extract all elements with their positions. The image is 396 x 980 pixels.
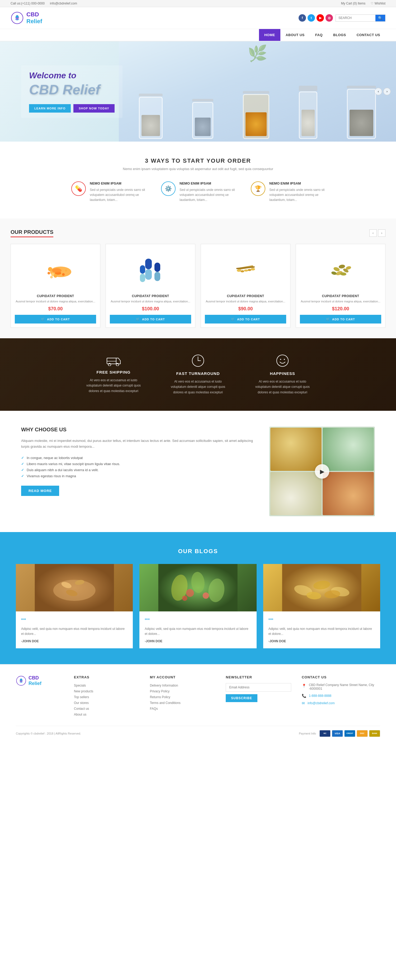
play-button[interactable]: ▶ — [315, 464, 329, 479]
contact-phone: 📞 1-888-888-8888 — [302, 694, 380, 698]
products-header: OUR PRODUCTS ‹ › — [11, 229, 385, 237]
svg-point-29 — [331, 271, 337, 275]
cart-icon-1: 🛒 — [41, 317, 45, 321]
way-icon-3: 🏆 — [251, 181, 265, 196]
instagram-icon[interactable]: ◎ — [326, 14, 333, 22]
newsletter-input[interactable] — [226, 683, 291, 692]
nav-about[interactable]: ABOUT US — [280, 29, 310, 41]
read-more-button[interactable]: READ MORE — [21, 486, 59, 496]
feature-shipping: FREE SHIPPING At vero eos et accusamus e… — [85, 354, 142, 395]
visa-icon: VISA — [332, 730, 343, 737]
blog-author-2: -JOHN DOE — [145, 640, 251, 643]
hero-next-button[interactable]: › — [383, 88, 391, 95]
twitter-icon[interactable]: t — [308, 14, 315, 22]
facebook-icon[interactable]: f — [299, 14, 306, 22]
hero-prev-button[interactable]: ‹ — [375, 88, 382, 95]
way-desc-2: Sed ut perspiciatis unde omnis sarro sit… — [179, 188, 235, 203]
blog-img-1 — [16, 564, 133, 611]
discover-icon: DISC — [357, 730, 368, 737]
why-list-item-4: ✓ Vivamus egestas risus in magna — [21, 473, 254, 479]
footer: CBD Relief EXTRAS Specials New products … — [0, 664, 396, 742]
nav-blogs[interactable]: BLOGS — [328, 29, 351, 41]
cart-label[interactable]: My Cart (0) Items — [341, 2, 366, 5]
subscribe-button[interactable]: SUBSCRIBE — [226, 694, 257, 702]
footer-newsletter-col: NEWSLETTER SUBSCRIBE — [226, 675, 291, 718]
collage-4 — [323, 472, 374, 515]
nav-faq[interactable]: FAQ — [310, 29, 328, 41]
why-list: ✓ In congue, neque ac lobortis volutpat … — [21, 455, 254, 479]
blogs-section: OUR BLOGS ““ Adipisc vel — [0, 532, 396, 664]
way-text-1: NEMO ENIM IPSAM Sed ut perspiciatis unde… — [90, 181, 145, 203]
wishlist-label[interactable]: ♡ Wishlist — [370, 2, 385, 5]
phone-label: Call us:(+111) 000-0000 — [11, 2, 45, 5]
logo-icon — [11, 11, 24, 24]
why-section: WHY CHOOSE US Aliquam molestie, mi ei im… — [0, 411, 396, 532]
svg-point-7 — [54, 274, 57, 278]
way-text-2: NEMO ENIM IPSAM Sed ut perspiciatis unde… — [179, 181, 235, 203]
email-icon: ✉ — [302, 701, 305, 705]
products-next-button[interactable]: › — [378, 229, 385, 237]
youtube-icon[interactable]: ▶ — [316, 14, 324, 22]
account-item-2: Privacy Policy — [150, 689, 216, 693]
footer-extras-col: EXTRAS Specials New products Top sellers… — [74, 675, 139, 718]
phone-icon: 📞 — [302, 694, 306, 698]
location-icon: 📍 — [302, 684, 306, 688]
product-name-3: CUPIDATAT PROIDENT — [205, 294, 286, 298]
blog-quote-2: ““ — [145, 617, 251, 625]
footer-grid: CBD Relief EXTRAS Specials New products … — [16, 675, 380, 718]
svg-point-40 — [277, 355, 288, 366]
footer-copyright: Copyrights © cbdrelief : 2018 | AllRight… — [16, 732, 81, 735]
shop-now-button[interactable]: SHOP NOW TODAY — [73, 104, 114, 113]
search-button[interactable]: 🔍 — [375, 15, 385, 21]
nav-contact[interactable]: CONTACT US — [351, 29, 385, 41]
shipping-title: FREE SHIPPING — [85, 370, 142, 374]
add-to-cart-4[interactable]: 🛒 ADD TO CART — [300, 315, 381, 323]
footer-account-col: MY ACCOUNT Delivery Information Privacy … — [150, 675, 216, 718]
collage-3 — [270, 472, 321, 515]
way-item-3: 🏆 NEMO ENIM IPSAM Sed ut perspiciatis un… — [251, 181, 325, 203]
happiness-title: HAPPINESS — [254, 371, 311, 376]
svg-rect-14 — [155, 262, 160, 272]
add-to-cart-1[interactable]: 🛒 ADD TO CART — [15, 315, 96, 323]
hero-banner: 🌿 Welcome to CBD Relief LEARN MORE INFO … — [0, 41, 396, 142]
nav-home[interactable]: HOME — [259, 29, 280, 41]
jar-2 — [192, 99, 213, 139]
footer-bottom: Copyrights © cbdrelief : 2018 | AllRight… — [16, 726, 380, 737]
check-icon-4: ✓ — [21, 474, 24, 478]
footer-account-title: MY ACCOUNT — [150, 675, 216, 679]
footer-extras-list: Specials New products Top sellers Our st… — [74, 683, 139, 716]
blog-content-2: ““ Adipisc velit, sed quia non numquam e… — [139, 611, 256, 648]
blog-text-2: Adipisc velit, sed quia non numquam eius… — [145, 627, 251, 636]
blog-text-1: Adipisc velit, sed quia non numquam eius… — [21, 627, 128, 636]
svg-point-44 — [53, 580, 96, 601]
extras-item-1: Specials — [74, 683, 139, 687]
svg-rect-12 — [145, 259, 152, 269]
header-right: f t ▶ ◎ 🔍 — [299, 14, 385, 22]
svg-point-21 — [244, 269, 248, 272]
footer-extras-title: EXTRAS — [74, 675, 139, 679]
product-card-2: CUPIDATAT PROIDENT Ausmol tempor incidun… — [105, 244, 195, 328]
check-icon-3: ✓ — [21, 468, 24, 472]
search-input[interactable] — [336, 15, 375, 21]
svg-point-54 — [182, 596, 187, 601]
mastercard-icon: MC — [319, 730, 331, 737]
svg-rect-15 — [155, 272, 160, 281]
collage-2 — [323, 428, 374, 471]
jar-3 — [243, 91, 269, 139]
footer-account-list: Delivery Information Privacy Policy Retu… — [150, 683, 216, 711]
product-img-2 — [110, 248, 191, 290]
svg-point-19 — [237, 269, 241, 272]
add-to-cart-3[interactable]: 🛒 ADD TO CART — [205, 315, 286, 323]
way-desc-3: Sed ut perspiciatis unde omnis sarro sit… — [269, 188, 325, 203]
feature-turnaround: FAST TURNAROUND At vero eos et accusamus… — [169, 354, 227, 395]
why-desc: Aliquam molestie, mi ei imperdiet euismo… — [21, 438, 254, 450]
products-prev-button[interactable]: ‹ — [369, 229, 377, 237]
way-title-3: NEMO ENIM IPSAM — [269, 181, 325, 185]
add-to-cart-2[interactable]: 🛒 ADD TO CART — [110, 315, 191, 323]
svg-point-1 — [16, 15, 19, 18]
why-list-item-3: ✓ Duis aliquam nibh a dui iaculis viverr… — [21, 467, 254, 473]
cart-icon-2: 🛒 — [136, 317, 140, 321]
learn-more-button[interactable]: LEARN MORE INFO — [29, 104, 71, 113]
product-name-4: CUPIDATAT PROIDENT — [300, 294, 381, 298]
ways-subtitle: Nemo enim ipsam voluptatem quia voluptas… — [11, 167, 385, 171]
